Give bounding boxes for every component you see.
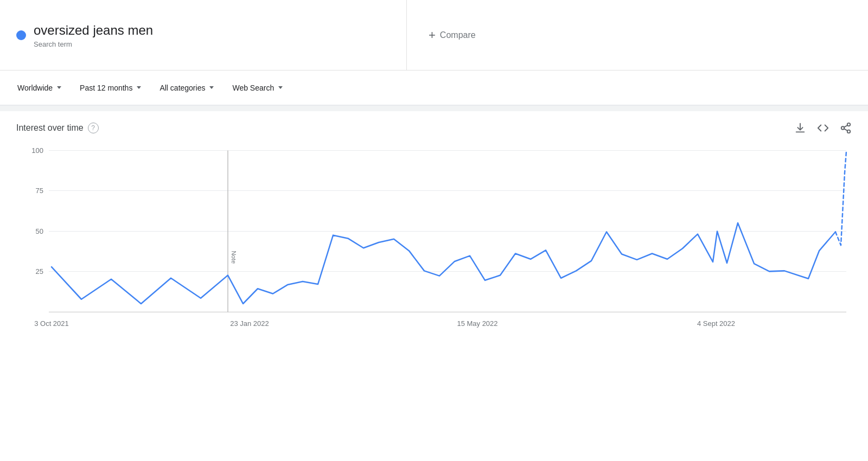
help-icon[interactable]: ?	[88, 123, 99, 133]
term-color-dot	[16, 30, 26, 40]
chart-actions	[794, 122, 852, 134]
svg-text:4 Sept 2022: 4 Sept 2022	[697, 319, 735, 328]
svg-text:75: 75	[36, 186, 43, 194]
svg-text:15 May 2022: 15 May 2022	[457, 319, 497, 328]
filter-category[interactable]: All categories	[153, 79, 220, 97]
filter-search-type[interactable]: Web Search	[226, 79, 289, 97]
help-question-mark: ?	[91, 124, 95, 132]
compare-section: + Compare	[407, 0, 868, 70]
svg-text:Note: Note	[231, 251, 237, 264]
trend-chart-svg: 100 75 50 25 Note 3 Oct 2021 23 Jan 2022…	[16, 139, 852, 345]
filter-category-label: All categories	[159, 84, 205, 92]
term-info: oversized jeans men Search term	[34, 22, 153, 48]
chevron-down-icon	[278, 86, 283, 89]
svg-text:50: 50	[36, 227, 43, 235]
svg-text:23 Jan 2022: 23 Jan 2022	[230, 319, 269, 328]
svg-text:25: 25	[36, 267, 43, 275]
search-term-section: oversized jeans men Search term	[0, 0, 407, 70]
chart-container: 100 75 50 25 Note 3 Oct 2021 23 Jan 2022…	[16, 139, 852, 345]
filter-time-label: Past 12 months	[80, 84, 132, 92]
svg-text:3 Oct 2021: 3 Oct 2021	[34, 319, 69, 328]
chevron-down-icon	[57, 86, 61, 89]
filter-location-label: Worldwide	[17, 84, 53, 92]
filter-search-type-label: Web Search	[232, 84, 274, 92]
download-icon[interactable]	[794, 122, 806, 134]
chevron-down-icon	[137, 86, 141, 89]
svg-line-5	[844, 125, 847, 127]
filter-time[interactable]: Past 12 months	[73, 79, 148, 97]
header-section: oversized jeans men Search term + Compar…	[0, 0, 868, 71]
compare-label: Compare	[440, 30, 476, 40]
share-icon[interactable]	[840, 122, 852, 134]
filter-location[interactable]: Worldwide	[11, 79, 68, 97]
chart-title: Interest over time	[16, 123, 84, 133]
compare-button[interactable]: + Compare	[429, 28, 476, 42]
separator	[0, 106, 868, 111]
embed-icon[interactable]	[817, 122, 829, 134]
filters-bar: Worldwide Past 12 months All categories …	[0, 71, 868, 106]
trend-line-solid	[52, 223, 835, 304]
chart-title-row: Interest over time ?	[16, 123, 99, 133]
compare-plus-icon: +	[429, 28, 436, 42]
term-title: oversized jeans men	[34, 22, 153, 39]
chevron-down-icon	[209, 86, 214, 89]
chart-header: Interest over time ?	[16, 122, 852, 134]
svg-line-4	[844, 129, 847, 131]
chart-section: Interest over time ?	[0, 111, 868, 351]
term-subtitle: Search term	[34, 40, 153, 48]
svg-text:100: 100	[31, 146, 43, 154]
